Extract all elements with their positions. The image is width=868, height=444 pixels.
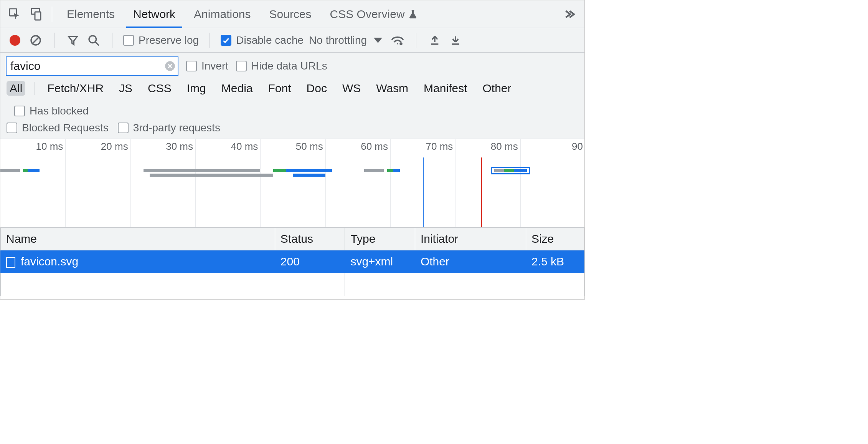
tabs-container: ElementsNetworkAnimationsSourcesCSS Over… xyxy=(58,0,427,28)
checkbox-box xyxy=(14,106,25,116)
type-filter-font[interactable]: Font xyxy=(265,81,294,96)
cell-type: svg+xml xyxy=(345,250,415,273)
has-blocked-checkbox[interactable]: Has blocked xyxy=(14,105,89,117)
export-har-icon[interactable] xyxy=(448,33,463,48)
table-body: favicon.svg200svg+xmlOther2.5 kB xyxy=(1,250,584,296)
timeline-bar xyxy=(387,169,394,172)
timeline-selection[interactable] xyxy=(491,167,530,174)
filter-toggle-icon[interactable] xyxy=(65,33,81,48)
blocked-requests-checkbox[interactable]: Blocked Requests xyxy=(7,122,109,134)
col-size[interactable]: Size xyxy=(526,228,584,250)
timeline-bar xyxy=(364,169,384,172)
filter-input-wrap xyxy=(6,56,178,76)
table-row[interactable]: favicon.svg200svg+xmlOther2.5 kB xyxy=(1,250,584,273)
timeline-overview[interactable]: 10 ms20 ms30 ms40 ms50 ms60 ms70 ms80 ms… xyxy=(0,139,584,227)
type-filter-fetch-xhr[interactable]: Fetch/XHR xyxy=(44,81,107,96)
more-tabs-icon[interactable] xyxy=(558,3,581,26)
type-filter-all[interactable]: All xyxy=(7,81,25,96)
timeline-bar xyxy=(150,174,273,177)
type-filter-manifest[interactable]: Manifest xyxy=(421,81,470,96)
filter-input[interactable] xyxy=(6,56,178,76)
svg-rect-2 xyxy=(35,12,41,20)
tab-elements[interactable]: Elements xyxy=(58,0,124,28)
timeline-tick-label: 90 xyxy=(572,141,585,152)
domcontentloaded-marker xyxy=(423,157,424,227)
type-filter-js[interactable]: JS xyxy=(116,81,135,96)
separator xyxy=(210,33,210,48)
timeline-tick-label: 40 ms xyxy=(231,141,261,152)
timeline-tick-label: 60 ms xyxy=(361,141,390,152)
types-container: AllFetch/XHRJSCSSImgMediaFontDocWSWasmMa… xyxy=(7,81,515,96)
devtools-tabstrip: ElementsNetworkAnimationsSourcesCSS Over… xyxy=(0,0,584,28)
tab-sources[interactable]: Sources xyxy=(260,0,321,28)
file-icon xyxy=(6,257,15,268)
tab-network[interactable]: Network xyxy=(124,0,185,28)
timeline-tick-label: 70 ms xyxy=(426,141,455,152)
throttling-label: No throttling xyxy=(309,34,367,46)
timeline-tick-label: 50 ms xyxy=(296,141,325,152)
filter-row: Invert Hide data URLs xyxy=(0,53,584,78)
separator xyxy=(54,33,54,48)
svg-line-4 xyxy=(33,37,39,43)
clear-filter-icon[interactable] xyxy=(165,61,175,71)
timeline-bar xyxy=(28,169,39,172)
col-initiator[interactable]: Initiator xyxy=(415,228,526,250)
timeline-bar xyxy=(144,169,261,172)
separator xyxy=(416,33,416,48)
import-har-icon[interactable] xyxy=(427,33,442,48)
device-toggle-icon[interactable] xyxy=(25,3,46,26)
invert-checkbox[interactable]: Invert xyxy=(186,60,228,72)
svg-rect-11 xyxy=(452,43,459,45)
svg-point-5 xyxy=(89,36,96,43)
load-event-marker xyxy=(481,157,482,227)
throttling-select[interactable]: No throttling xyxy=(309,34,384,46)
col-name[interactable]: Name xyxy=(1,228,275,250)
svg-line-6 xyxy=(95,42,99,45)
third-party-checkbox[interactable]: 3rd-party requests xyxy=(118,122,220,134)
type-filter-img[interactable]: Img xyxy=(184,81,209,96)
type-filter-other[interactable]: Other xyxy=(480,81,515,96)
resource-type-filters: AllFetch/XHRJSCSSImgMediaFontDocWSWasmMa… xyxy=(0,78,584,119)
preserve-log-checkbox[interactable]: Preserve log xyxy=(123,34,199,46)
clear-button[interactable] xyxy=(28,33,43,48)
network-conditions-icon[interactable] xyxy=(390,33,405,48)
type-filter-ws[interactable]: WS xyxy=(339,81,364,96)
cell-name: favicon.svg xyxy=(1,250,275,273)
tab-animations[interactable]: Animations xyxy=(185,0,260,28)
network-toolbar: Preserve log Disable cache No throttling xyxy=(0,28,584,53)
checkbox-box xyxy=(118,123,129,133)
type-filter-media[interactable]: Media xyxy=(218,81,256,96)
hide-data-urls-checkbox[interactable]: Hide data URLs xyxy=(236,60,327,72)
checkbox-box xyxy=(236,61,247,71)
search-icon[interactable] xyxy=(86,33,101,48)
separator xyxy=(52,7,52,22)
type-filter-wasm[interactable]: Wasm xyxy=(373,81,411,96)
record-button[interactable] xyxy=(7,33,23,48)
flask-icon xyxy=(408,8,418,20)
tab-css-overview[interactable]: CSS Overview xyxy=(321,0,427,28)
timeline-bar xyxy=(0,169,20,172)
checkbox-box xyxy=(123,35,134,46)
blocked-requests-label: Blocked Requests xyxy=(22,122,109,134)
cell-size: 2.5 kB xyxy=(526,250,584,273)
separator xyxy=(35,82,35,95)
col-status[interactable]: Status xyxy=(275,228,345,250)
blocked-filters-row: Blocked Requests 3rd-party requests xyxy=(0,119,584,139)
invert-label: Invert xyxy=(201,60,228,72)
timeline-bar xyxy=(286,169,332,172)
svg-rect-10 xyxy=(431,43,439,45)
timeline-bar xyxy=(23,169,28,172)
type-filter-css[interactable]: CSS xyxy=(145,81,175,96)
type-filter-doc[interactable]: Doc xyxy=(304,81,330,96)
table-row-empty xyxy=(1,273,584,296)
timeline-tick-label: 20 ms xyxy=(101,141,130,152)
checkbox-box xyxy=(186,61,197,71)
timeline-tick-label: 80 ms xyxy=(491,141,520,152)
hide-data-urls-label: Hide data URLs xyxy=(251,60,327,72)
col-type[interactable]: Type xyxy=(345,228,415,250)
disable-cache-checkbox[interactable]: Disable cache xyxy=(221,34,304,46)
inspect-element-icon[interactable] xyxy=(4,3,25,26)
preserve-log-label: Preserve log xyxy=(139,34,199,46)
timeline-tick-label: 10 ms xyxy=(36,141,66,152)
has-blocked-label: Has blocked xyxy=(30,105,89,117)
